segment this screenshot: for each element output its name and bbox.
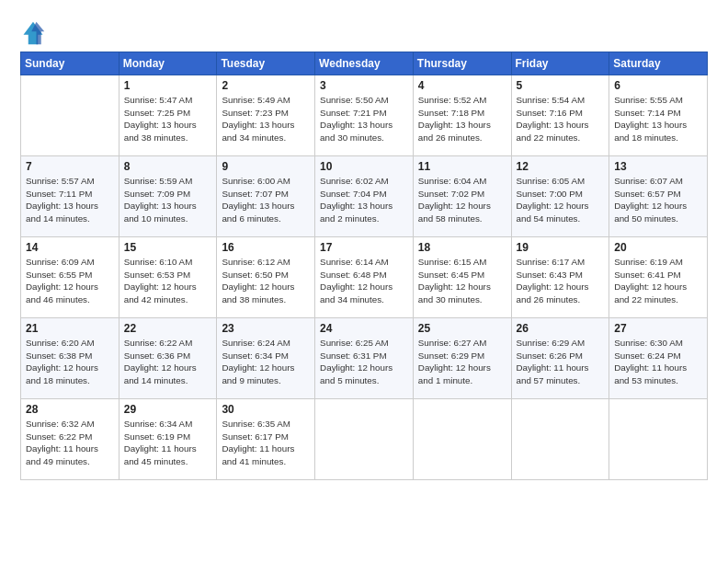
calendar-cell xyxy=(511,399,609,480)
day-number: 13 xyxy=(614,160,702,173)
calendar-cell xyxy=(315,399,414,480)
calendar-cell: 10Sunrise: 6:02 AM Sunset: 7:04 PM Dayli… xyxy=(315,156,414,237)
day-number: 19 xyxy=(517,241,605,254)
calendar-cell: 15Sunrise: 6:10 AM Sunset: 6:53 PM Dayli… xyxy=(119,237,217,318)
calendar-cell: 5Sunrise: 5:54 AM Sunset: 7:16 PM Daylig… xyxy=(511,75,609,156)
day-number: 17 xyxy=(320,241,408,254)
calendar-cell: 13Sunrise: 6:07 AM Sunset: 6:57 PM Dayli… xyxy=(609,156,708,237)
day-info: Sunrise: 6:05 AM Sunset: 7:00 PM Dayligh… xyxy=(517,175,605,225)
calendar-week-row: 21Sunrise: 6:20 AM Sunset: 6:38 PM Dayli… xyxy=(21,318,708,399)
page: SundayMondayTuesdayWednesdayThursdayFrid… xyxy=(0,0,728,563)
weekday-header-friday: Friday xyxy=(511,52,609,75)
calendar: SundayMondayTuesdayWednesdayThursdayFrid… xyxy=(20,52,708,480)
calendar-cell: 28Sunrise: 6:32 AM Sunset: 6:22 PM Dayli… xyxy=(21,399,119,480)
calendar-cell xyxy=(609,399,708,480)
calendar-week-row: 28Sunrise: 6:32 AM Sunset: 6:22 PM Dayli… xyxy=(21,399,708,480)
calendar-cell: 4Sunrise: 5:52 AM Sunset: 7:18 PM Daylig… xyxy=(413,75,511,156)
day-info: Sunrise: 6:02 AM Sunset: 7:04 PM Dayligh… xyxy=(320,175,408,225)
day-info: Sunrise: 6:15 AM Sunset: 6:45 PM Dayligh… xyxy=(418,256,506,306)
weekday-row: SundayMondayTuesdayWednesdayThursdayFrid… xyxy=(21,52,708,75)
calendar-cell: 11Sunrise: 6:04 AM Sunset: 7:02 PM Dayli… xyxy=(413,156,511,237)
day-number: 29 xyxy=(124,403,212,416)
calendar-cell: 16Sunrise: 6:12 AM Sunset: 6:50 PM Dayli… xyxy=(217,237,315,318)
day-number: 21 xyxy=(26,322,114,335)
calendar-week-row: 7Sunrise: 5:57 AM Sunset: 7:11 PM Daylig… xyxy=(21,156,708,237)
day-info: Sunrise: 5:47 AM Sunset: 7:25 PM Dayligh… xyxy=(124,94,212,144)
day-info: Sunrise: 6:07 AM Sunset: 6:57 PM Dayligh… xyxy=(614,175,702,225)
calendar-cell: 30Sunrise: 6:35 AM Sunset: 6:17 PM Dayli… xyxy=(217,399,315,480)
header-row xyxy=(20,17,708,46)
day-number: 4 xyxy=(418,79,506,92)
day-info: Sunrise: 6:20 AM Sunset: 6:38 PM Dayligh… xyxy=(26,337,114,387)
day-number: 27 xyxy=(614,322,702,335)
calendar-cell: 9Sunrise: 6:00 AM Sunset: 7:07 PM Daylig… xyxy=(217,156,315,237)
day-number: 11 xyxy=(418,160,506,173)
day-number: 9 xyxy=(222,160,310,173)
calendar-week-row: 1Sunrise: 5:47 AM Sunset: 7:25 PM Daylig… xyxy=(21,75,708,156)
day-info: Sunrise: 6:27 AM Sunset: 6:29 PM Dayligh… xyxy=(418,337,506,387)
weekday-header-saturday: Saturday xyxy=(609,52,708,75)
calendar-cell xyxy=(21,75,119,156)
calendar-body: 1Sunrise: 5:47 AM Sunset: 7:25 PM Daylig… xyxy=(21,75,708,480)
calendar-cell: 26Sunrise: 6:29 AM Sunset: 6:26 PM Dayli… xyxy=(511,318,609,399)
calendar-cell: 7Sunrise: 5:57 AM Sunset: 7:11 PM Daylig… xyxy=(21,156,119,237)
day-info: Sunrise: 5:57 AM Sunset: 7:11 PM Dayligh… xyxy=(26,175,114,225)
calendar-cell xyxy=(413,399,511,480)
day-number: 15 xyxy=(124,241,212,254)
day-number: 1 xyxy=(124,79,212,92)
calendar-cell: 23Sunrise: 6:24 AM Sunset: 6:34 PM Dayli… xyxy=(217,318,315,399)
day-number: 26 xyxy=(517,322,605,335)
day-number: 14 xyxy=(26,241,114,254)
day-number: 12 xyxy=(517,160,605,173)
day-number: 6 xyxy=(614,79,702,92)
day-number: 28 xyxy=(26,403,114,416)
day-number: 10 xyxy=(320,160,408,173)
calendar-cell: 22Sunrise: 6:22 AM Sunset: 6:36 PM Dayli… xyxy=(119,318,217,399)
calendar-cell: 8Sunrise: 5:59 AM Sunset: 7:09 PM Daylig… xyxy=(119,156,217,237)
calendar-week-row: 14Sunrise: 6:09 AM Sunset: 6:55 PM Dayli… xyxy=(21,237,708,318)
day-info: Sunrise: 6:32 AM Sunset: 6:22 PM Dayligh… xyxy=(26,418,114,468)
calendar-cell: 27Sunrise: 6:30 AM Sunset: 6:24 PM Dayli… xyxy=(609,318,708,399)
day-info: Sunrise: 6:29 AM Sunset: 6:26 PM Dayligh… xyxy=(517,337,605,387)
day-number: 22 xyxy=(124,322,212,335)
calendar-cell: 17Sunrise: 6:14 AM Sunset: 6:48 PM Dayli… xyxy=(315,237,414,318)
day-info: Sunrise: 6:34 AM Sunset: 6:19 PM Dayligh… xyxy=(124,418,212,468)
calendar-cell: 6Sunrise: 5:55 AM Sunset: 7:14 PM Daylig… xyxy=(609,75,708,156)
calendar-cell: 2Sunrise: 5:49 AM Sunset: 7:23 PM Daylig… xyxy=(217,75,315,156)
day-info: Sunrise: 6:22 AM Sunset: 6:36 PM Dayligh… xyxy=(124,337,212,387)
calendar-cell: 1Sunrise: 5:47 AM Sunset: 7:25 PM Daylig… xyxy=(119,75,217,156)
calendar-cell: 12Sunrise: 6:05 AM Sunset: 7:00 PM Dayli… xyxy=(511,156,609,237)
logo-icon xyxy=(20,20,46,46)
day-info: Sunrise: 5:52 AM Sunset: 7:18 PM Dayligh… xyxy=(418,94,506,144)
calendar-cell: 18Sunrise: 6:15 AM Sunset: 6:45 PM Dayli… xyxy=(413,237,511,318)
calendar-cell: 20Sunrise: 6:19 AM Sunset: 6:41 PM Dayli… xyxy=(609,237,708,318)
day-number: 3 xyxy=(320,79,408,92)
weekday-header-wednesday: Wednesday xyxy=(315,52,414,75)
weekday-header-monday: Monday xyxy=(119,52,217,75)
day-info: Sunrise: 6:10 AM Sunset: 6:53 PM Dayligh… xyxy=(124,256,212,306)
calendar-cell: 21Sunrise: 6:20 AM Sunset: 6:38 PM Dayli… xyxy=(21,318,119,399)
day-info: Sunrise: 5:59 AM Sunset: 7:09 PM Dayligh… xyxy=(124,175,212,225)
day-info: Sunrise: 6:30 AM Sunset: 6:24 PM Dayligh… xyxy=(614,337,702,387)
logo xyxy=(20,20,50,46)
day-info: Sunrise: 5:50 AM Sunset: 7:21 PM Dayligh… xyxy=(320,94,408,144)
day-info: Sunrise: 6:35 AM Sunset: 6:17 PM Dayligh… xyxy=(222,418,310,468)
calendar-cell: 29Sunrise: 6:34 AM Sunset: 6:19 PM Dayli… xyxy=(119,399,217,480)
day-info: Sunrise: 6:12 AM Sunset: 6:50 PM Dayligh… xyxy=(222,256,310,306)
day-info: Sunrise: 6:17 AM Sunset: 6:43 PM Dayligh… xyxy=(517,256,605,306)
calendar-header: SundayMondayTuesdayWednesdayThursdayFrid… xyxy=(21,52,708,75)
day-info: Sunrise: 6:19 AM Sunset: 6:41 PM Dayligh… xyxy=(614,256,702,306)
calendar-cell: 25Sunrise: 6:27 AM Sunset: 6:29 PM Dayli… xyxy=(413,318,511,399)
day-number: 2 xyxy=(222,79,310,92)
day-info: Sunrise: 6:04 AM Sunset: 7:02 PM Dayligh… xyxy=(418,175,506,225)
weekday-header-thursday: Thursday xyxy=(413,52,511,75)
calendar-cell: 14Sunrise: 6:09 AM Sunset: 6:55 PM Dayli… xyxy=(21,237,119,318)
weekday-header-tuesday: Tuesday xyxy=(217,52,315,75)
day-number: 30 xyxy=(222,403,310,416)
day-info: Sunrise: 6:14 AM Sunset: 6:48 PM Dayligh… xyxy=(320,256,408,306)
day-number: 20 xyxy=(614,241,702,254)
day-number: 7 xyxy=(26,160,114,173)
day-number: 24 xyxy=(320,322,408,335)
day-info: Sunrise: 6:25 AM Sunset: 6:31 PM Dayligh… xyxy=(320,337,408,387)
calendar-cell: 24Sunrise: 6:25 AM Sunset: 6:31 PM Dayli… xyxy=(315,318,414,399)
